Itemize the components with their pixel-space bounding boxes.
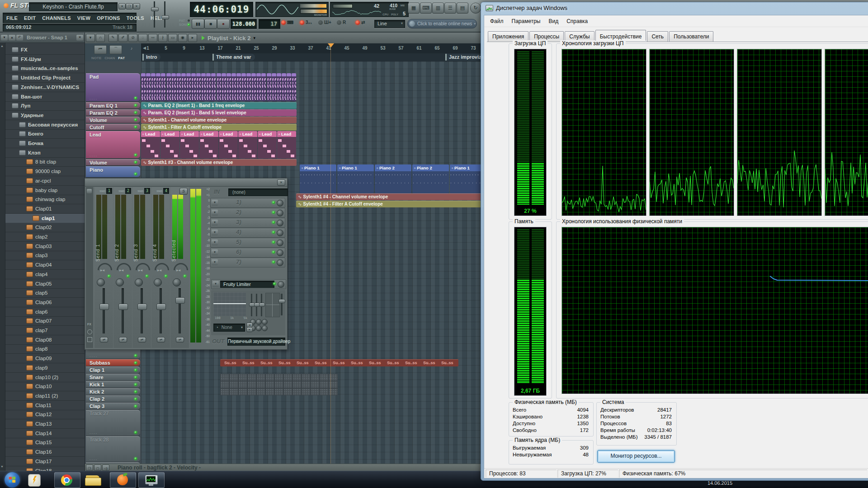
mixer-strip-send-3[interactable]: SND3Send 3▶◀▴▾	[132, 187, 151, 348]
track-header-kick-1[interactable]: Kick 1	[86, 381, 140, 388]
browser-item-clap16[interactable]: Clap16	[0, 447, 85, 457]
track-header-clap-1[interactable]: Clap 1	[86, 366, 140, 373]
mixer-panel-icon[interactable]: ▥	[432, 3, 444, 14]
channel-enable-led[interactable]	[146, 275, 148, 277]
tab-пользователи[interactable]: Пользователи	[669, 31, 713, 42]
track-enable-led[interactable]	[134, 111, 137, 114]
track-enable-led[interactable]	[134, 405, 137, 408]
browser-item-fx-шум[interactable]: FX-Шум	[0, 55, 85, 64]
browser-item-ar-cpcl[interactable]: ar-cpcl	[0, 176, 85, 186]
browser-item-clap07[interactable]: Clap07	[0, 316, 85, 326]
stereo-sep-button[interactable]: ▴▾	[157, 337, 165, 343]
fx-enable-led[interactable]	[272, 201, 275, 204]
master-volume-handle[interactable]	[151, 7, 159, 11]
eq-display[interactable]	[213, 292, 246, 316]
browser-item-луп[interactable]: Луп	[0, 101, 85, 111]
fx-slot-4[interactable]: ▾4)	[210, 228, 285, 238]
fx-enable-led[interactable]	[272, 221, 275, 224]
browser-item-clap8[interactable]: clap8	[0, 344, 85, 354]
fx-slot-2[interactable]: ▾2)	[210, 208, 285, 218]
browser-item-clap05[interactable]: Clap05	[0, 279, 85, 289]
browser-item-chinwag-clap[interactable]: chinwag clap	[0, 195, 85, 204]
track-header-cutoff[interactable]: Cutoff	[86, 124, 140, 130]
record-option-swap-icon[interactable]: ⇄	[355, 20, 365, 25]
fl-studio-taskbar-button[interactable]	[110, 472, 136, 488]
fx-mix-knob[interactable]	[277, 220, 283, 226]
browser-item-clap06[interactable]: Clap06	[0, 298, 85, 307]
browser-item-clap10[interactable]: Clap10	[0, 382, 85, 391]
browser-item-клэп[interactable]: Клэп	[0, 148, 85, 158]
fx-mix-knob[interactable]	[277, 259, 283, 266]
mixer-strip-send-1[interactable]: SND1Send 1▶◀▴▾	[94, 187, 113, 348]
close-button[interactable]: ✕	[133, 3, 140, 9]
track-enable-led[interactable]	[134, 97, 137, 99]
track-header-lead[interactable]: Lead....	[86, 131, 140, 158]
browser-item-басовая-перкуссия[interactable]: Басовая перкуссия	[0, 120, 85, 130]
selected-badge[interactable]: S	[179, 188, 188, 195]
track-header-clap-2[interactable]: Clap 2	[86, 395, 140, 402]
browser-item-clap3[interactable]: clap3	[0, 251, 85, 260]
fx-slot-1[interactable]: ▾1)	[210, 198, 285, 208]
browser-item-clap11-2-[interactable]: clap11 (2)	[0, 391, 85, 401]
close-icon[interactable]: ✕	[277, 179, 285, 186]
tab-быстродействие[interactable]: Быстродействие	[595, 30, 646, 41]
fader-handle[interactable]	[118, 304, 128, 310]
browser-item-clap12[interactable]: Clap12	[0, 410, 85, 419]
scroll-down-icon[interactable]: ▼	[0, 465, 4, 468]
fx-slot-7[interactable]: ▾7)	[210, 258, 285, 267]
mixer-strip-send-2[interactable]: SND2Send 2▶◀▴▾	[113, 187, 132, 348]
browser-item-бочка[interactable]: Бочка	[0, 139, 85, 148]
channel-fx-knob[interactable]	[97, 278, 105, 286]
marker-theme-and-var[interactable]: Theme and var	[212, 54, 255, 61]
track-header-volume[interactable]: Volume	[86, 159, 140, 165]
record-option-countdown-icon[interactable]: 3₂₁	[300, 20, 312, 25]
browser-item-zenhiser-v-dynamics[interactable]: Zenhiser...V-DYNAMiCS	[0, 83, 85, 92]
stereo-sep-button[interactable]: ▴▾	[100, 337, 108, 343]
channel-fx-knob[interactable]	[116, 278, 124, 286]
fx-slot-3[interactable]: ▾3)	[210, 218, 285, 228]
taskmgr-menu-параметры[interactable]: Параметры	[508, 17, 545, 26]
track-header-track-28[interactable]: Track 28....	[86, 436, 140, 462]
slice-icon[interactable]: ∤	[158, 34, 167, 42]
pause-button[interactable]: ▮▮	[192, 19, 204, 29]
fx-slot-5[interactable]: ▾5)	[210, 238, 285, 248]
window-icon[interactable]: ❐	[86, 465, 93, 471]
output-device[interactable]: Первичный звуковой драйвер	[227, 338, 285, 346]
save-icon[interactable]	[87, 337, 92, 342]
stereo-sep-button[interactable]: ▴▾	[176, 337, 184, 343]
speaker-icon[interactable]: ◁)	[102, 465, 109, 471]
fl-menu-tools[interactable]: TOOLS	[123, 14, 147, 22]
refresh-button[interactable]: ↻	[470, 3, 481, 14]
track-enable-led[interactable]	[134, 104, 137, 107]
pan-knob[interactable]	[136, 263, 150, 270]
record-option-loop-record-icon[interactable]: R	[337, 20, 346, 25]
fx-enable-led[interactable]	[272, 261, 275, 263]
browser-item-clap6[interactable]: clap6	[0, 307, 85, 317]
gain-slider[interactable]	[281, 294, 283, 315]
fader-handle[interactable]	[156, 304, 166, 310]
fader-handle[interactable]	[99, 304, 109, 310]
fx-enable-led[interactable]	[272, 251, 275, 253]
fl-menu-view[interactable]: VIEW	[74, 14, 94, 22]
track-enable-led[interactable]	[134, 369, 137, 371]
track-header-param-eq-2[interactable]: Param EQ 2	[86, 109, 140, 116]
track-header-snare[interactable]: Snare	[86, 374, 140, 380]
stop-button[interactable]: ■	[204, 19, 217, 29]
playhead-marker[interactable]	[328, 43, 334, 47]
scroll-up-icon[interactable]: ▲	[0, 44, 4, 47]
track-enable-led[interactable]	[134, 361, 137, 364]
browser-item-clap1[interactable]: clap1	[0, 214, 85, 223]
winamp-icon[interactable]	[28, 474, 42, 487]
browser-item-baby-clap[interactable]: baby clap	[0, 186, 85, 195]
mixer-strip-button[interactable]	[87, 189, 92, 193]
track-header-piano[interactable]: Piano	[86, 166, 140, 177]
next-preset-button[interactable]: ▸	[246, 327, 253, 332]
browser-item-бонго[interactable]: Бонго	[0, 129, 85, 139]
browser-item-clap17[interactable]: Clap17	[0, 457, 85, 466]
fader-handle[interactable]	[137, 304, 147, 310]
browser-item-clap4[interactable]: clap4	[0, 270, 85, 279]
gain-handle[interactable]	[278, 299, 285, 303]
channel-enable-led[interactable]	[184, 275, 186, 277]
limiter-knob[interactable]	[256, 319, 262, 325]
track-header-pad[interactable]: Pad....	[86, 73, 140, 101]
